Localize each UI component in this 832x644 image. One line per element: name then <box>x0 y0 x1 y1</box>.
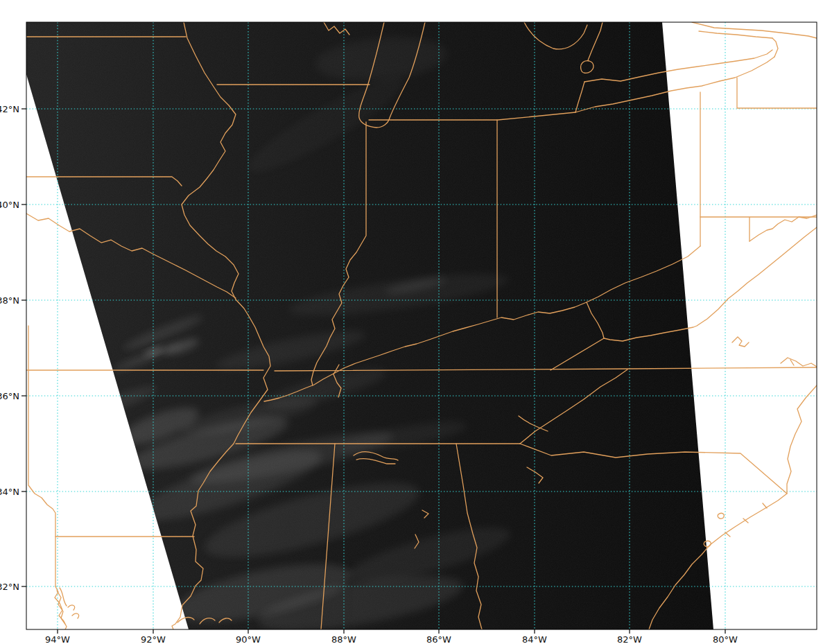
lon-label-90°W: 90°W <box>236 634 261 644</box>
satellite-map-canvas: 42°N40°N38°N36°N34°N32°N94°W92°W90°W88°W… <box>0 0 832 644</box>
lat-label-42°N: 42°N <box>0 104 19 114</box>
map-figure: GOES-19 Channel 2 (visible) Reflectance … <box>0 0 832 644</box>
lon-label-94°W: 94°W <box>45 634 70 644</box>
lon-label-86°W: 86°W <box>426 634 451 644</box>
lat-label-34°N: 34°N <box>0 487 19 497</box>
lat-label-38°N: 38°N <box>0 295 19 306</box>
lat-label-40°N: 40°N <box>0 200 19 210</box>
lat-label-32°N: 32°N <box>0 582 19 592</box>
lat-label-36°N: 36°N <box>0 391 19 401</box>
lon-label-80°W: 80°W <box>713 634 738 644</box>
lon-label-92°W: 92°W <box>141 634 166 644</box>
lon-label-82°W: 82°W <box>617 634 642 644</box>
lon-label-84°W: 84°W <box>522 634 547 644</box>
lon-label-88°W: 88°W <box>331 634 356 644</box>
